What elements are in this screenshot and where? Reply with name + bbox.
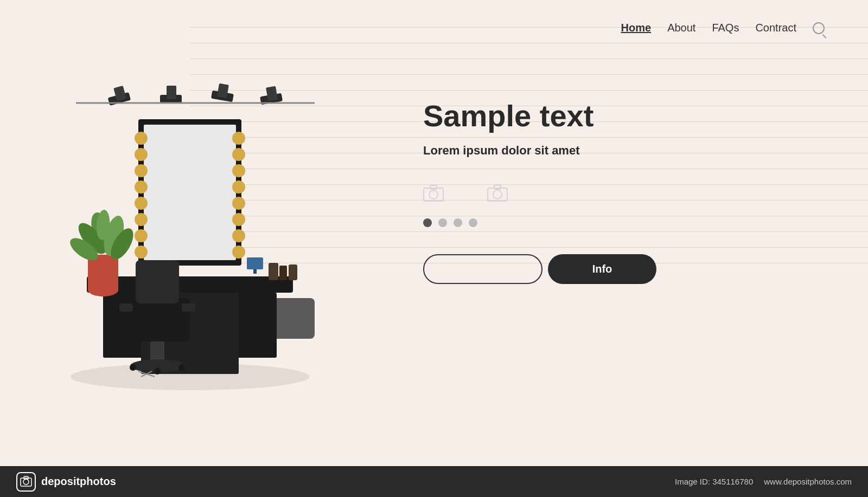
- website-url: www.depositphotos.com: [764, 477, 852, 486]
- nav: Home About FAQs Contract: [423, 22, 825, 34]
- svg-rect-42: [289, 264, 297, 280]
- content-area: Home About FAQs Contract Sample text Lor…: [380, 0, 868, 466]
- camera-icon-1: [423, 185, 444, 202]
- svg-rect-47: [119, 304, 133, 312]
- svg-point-13: [135, 229, 148, 242]
- svg-point-17: [232, 164, 245, 177]
- info-button[interactable]: Info: [548, 254, 656, 284]
- hero-section: Sample text Lorem ipsum dolor sit amet: [423, 99, 825, 185]
- svg-point-14: [135, 246, 148, 259]
- camera-logo-icon: [20, 476, 32, 488]
- svg-rect-43: [247, 257, 263, 269]
- svg-point-64: [23, 479, 29, 485]
- salon-illustration: [33, 65, 347, 401]
- svg-point-20: [232, 213, 245, 226]
- svg-rect-46: [136, 260, 179, 304]
- depositphotos-logo: depositphotos: [16, 472, 116, 492]
- svg-point-58: [429, 190, 438, 199]
- bottom-bar: depositphotos Image ID: 345116780 www.de…: [0, 466, 868, 497]
- svg-point-10: [135, 180, 148, 193]
- dot-3[interactable]: [454, 218, 462, 227]
- svg-point-15: [232, 132, 245, 145]
- svg-point-53: [154, 368, 161, 375]
- hero-subtitle: Lorem ipsum dolor sit amet: [423, 144, 825, 158]
- svg-point-18: [232, 180, 245, 193]
- svg-point-21: [232, 229, 245, 242]
- search-icon[interactable]: [813, 22, 825, 34]
- svg-point-52: [178, 364, 185, 371]
- svg-rect-44: [253, 269, 257, 274]
- empty-button[interactable]: [423, 254, 542, 284]
- svg-point-22: [232, 246, 245, 259]
- image-id: Image ID: 345116780: [675, 477, 753, 486]
- svg-rect-48: [182, 304, 195, 312]
- dot-1[interactable]: [423, 218, 432, 227]
- svg-point-51: [130, 364, 136, 371]
- page-wrapper: Home About FAQs Contract Sample text Lor…: [0, 0, 868, 466]
- svg-rect-56: [255, 298, 315, 339]
- bottom-bar-right: Image ID: 345116780 www.depositphotos.co…: [675, 477, 852, 486]
- nav-about[interactable]: About: [667, 22, 695, 34]
- nav-faqs[interactable]: FAQs: [712, 22, 739, 34]
- camera-icon-2: [487, 185, 508, 202]
- nav-contract[interactable]: Contract: [755, 22, 796, 34]
- pagination-dots: [423, 218, 825, 227]
- svg-rect-40: [269, 263, 278, 280]
- dot-2[interactable]: [438, 218, 447, 227]
- svg-point-16: [232, 148, 245, 161]
- buttons-row: Info: [423, 254, 825, 284]
- svg-point-11: [135, 197, 148, 210]
- svg-point-8: [135, 148, 148, 161]
- svg-rect-6: [144, 125, 236, 260]
- svg-point-12: [135, 213, 148, 226]
- illustration-area: [0, 0, 380, 466]
- svg-point-61: [493, 190, 502, 199]
- watermark-cameras: [423, 185, 825, 202]
- svg-point-19: [232, 197, 245, 210]
- logo-text: depositphotos: [41, 475, 116, 488]
- svg-point-7: [135, 132, 148, 145]
- svg-rect-45: [125, 298, 190, 341]
- svg-rect-26: [167, 86, 176, 99]
- dot-4[interactable]: [469, 218, 477, 227]
- hero-title: Sample text: [423, 99, 825, 133]
- svg-point-9: [135, 164, 148, 177]
- nav-home[interactable]: Home: [621, 22, 652, 34]
- svg-rect-41: [279, 266, 287, 280]
- logo-icon: [16, 472, 36, 492]
